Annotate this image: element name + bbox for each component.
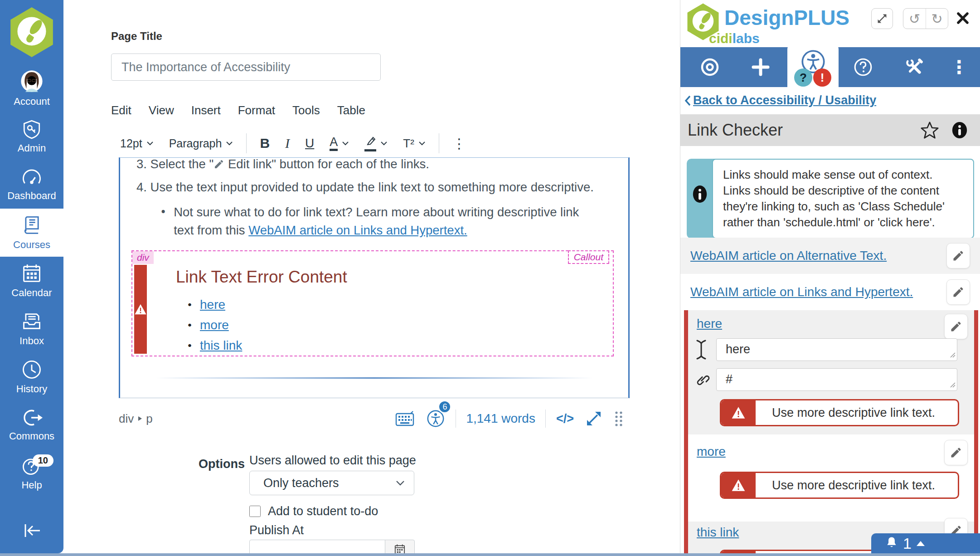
help-tab[interactable] (845, 47, 881, 87)
edit-link-button[interactable] (946, 279, 970, 305)
canvas-logo[interactable] (0, 0, 63, 64)
tool-info-button[interactable] (951, 122, 968, 139)
bad-link-this-link[interactable]: this link (200, 338, 242, 353)
keyboard-shortcuts-button[interactable] (395, 411, 414, 426)
sidebar-item-label: Commons (9, 430, 54, 442)
clock-icon (21, 359, 43, 380)
highlight-color-button[interactable] (357, 135, 395, 151)
accessibility-checker-button[interactable]: 6 (426, 409, 445, 428)
font-size-button[interactable]: 12pt (112, 137, 161, 150)
issue-item-here: here here (688, 310, 974, 434)
block-format-button[interactable]: Paragraph (161, 137, 241, 150)
issue-link-here[interactable]: here (697, 317, 722, 331)
bad-link-more[interactable]: more (200, 318, 229, 332)
link-url-icon (695, 372, 710, 387)
menu-tools[interactable]: Tools (292, 103, 320, 117)
sidebar-item-account[interactable]: Account (0, 64, 63, 112)
help-circle-icon (853, 57, 873, 78)
redo-icon[interactable]: ↻ (926, 9, 948, 29)
rce-status-bar: div p (119, 405, 630, 433)
sidebar-item-help[interactable]: 10 Help (0, 449, 63, 497)
designplus-panel: DesignPLUS cidilabs ↺ ↻ (680, 0, 980, 553)
expand-icon (586, 410, 602, 427)
rce-menubar: Edit View Insert Format Tools Table (111, 103, 365, 117)
fullscreen-button[interactable] (586, 410, 602, 427)
link-url-input[interactable]: # (716, 368, 957, 391)
chevron-down-icon (418, 141, 426, 146)
element-path-p[interactable]: p (146, 412, 152, 426)
list-item-4: 4. Use the text input provided to update… (136, 179, 628, 196)
cidilabs-brand: cidilabs (709, 31, 760, 46)
sidebar-item-calendar[interactable]: Calendar (0, 257, 63, 305)
chevron-down-icon (226, 141, 233, 146)
warning-text: Use more descriptive link text. (756, 400, 935, 425)
info-icon (691, 184, 708, 206)
designplus-toolbar: ? ! ⋮ (680, 47, 980, 87)
todo-label: Add to student to-do (268, 504, 378, 518)
panel-expand-button[interactable] (871, 8, 893, 29)
text-color-button[interactable]: A (322, 136, 357, 151)
bad-link-here[interactable]: here (200, 298, 225, 312)
calendar-icon (21, 263, 43, 284)
horizontal-rule (155, 377, 592, 379)
menu-table[interactable]: Table (337, 103, 365, 117)
element-path-div[interactable]: div (119, 412, 134, 426)
add-content-tab[interactable] (742, 47, 779, 87)
sidebar-item-history[interactable]: History (0, 353, 63, 401)
edit-link-button[interactable] (946, 243, 970, 268)
sidebar-item-dashboard[interactable]: Dashboard (0, 161, 63, 209)
collapse-nav-button[interactable] (20, 522, 44, 541)
favorite-star-button[interactable] (920, 121, 939, 140)
undo-icon[interactable]: ↺ (903, 9, 926, 29)
edit-link-button[interactable] (944, 314, 968, 339)
link-row: WebAIM article on Alternative Text. (680, 238, 980, 274)
callout-link-list: •here •more •this link (187, 298, 613, 353)
panel-close-button[interactable] (956, 11, 970, 27)
canvas-logo-icon (8, 6, 55, 58)
element-tag-label: div (132, 251, 154, 264)
issue-link-this-link[interactable]: this link (697, 525, 739, 540)
warning-red-block (721, 400, 756, 425)
panel-overflow-menu[interactable]: ⋮ (941, 47, 977, 87)
rce-editor-body[interactable]: 3. Select the " Edit link" button for ea… (119, 157, 630, 398)
edit-link-button[interactable] (944, 440, 968, 465)
sidebar-item-label: Account (14, 96, 50, 107)
toolbar-overflow-button[interactable]: ⋮ (445, 136, 474, 151)
help-badge: 10 (33, 454, 53, 467)
bold-button[interactable]: B (252, 136, 277, 151)
italic-button[interactable]: I (277, 136, 297, 151)
accessibility-tab-selected[interactable]: ? ! (787, 42, 839, 95)
menu-view[interactable]: View (149, 103, 174, 117)
menu-insert[interactable]: Insert (191, 103, 221, 117)
tools-tab[interactable] (896, 47, 932, 87)
back-to-accessibility-link[interactable]: Back to Accessibility / Usability (684, 93, 876, 107)
menu-format[interactable]: Format (238, 103, 275, 117)
resize-grip-handle[interactable] (614, 410, 624, 427)
callout-type-label: Callout (568, 250, 609, 264)
superscript-button[interactable]: T² (395, 137, 433, 151)
link-text-input[interactable]: here (716, 338, 957, 361)
sidebar-item-admin[interactable]: Admin (0, 112, 63, 161)
edit-permission-select[interactable]: Only teachers (249, 471, 414, 495)
panel-link-hypertext[interactable]: WebAIM article on Links and Hypertext. (690, 285, 913, 299)
chevron-left-icon (684, 95, 691, 106)
warning-triangle-icon (134, 303, 147, 316)
html-editor-button[interactable]: </> (556, 412, 574, 426)
menu-edit[interactable]: Edit (111, 103, 131, 117)
sidebar-item-label: Inbox (19, 335, 44, 347)
page-title-input[interactable] (111, 54, 381, 81)
sidebar-item-inbox[interactable]: Inbox (0, 305, 63, 353)
notifications-widget[interactable]: 1 (871, 533, 980, 553)
bullet-marker: • (187, 320, 193, 331)
issue-link-more[interactable]: more (697, 444, 726, 459)
avatar (20, 69, 44, 93)
panel-link-alt-text[interactable]: WebAIM article on Alternative Text. (690, 249, 887, 263)
design-tools-tab[interactable] (692, 47, 728, 87)
webaim-hypertext-link[interactable]: WebAIM article on Links and Hypertext. (248, 223, 467, 237)
todo-checkbox[interactable] (249, 506, 261, 517)
status-divider (456, 410, 456, 428)
sidebar-item-courses[interactable]: Courses (0, 209, 63, 257)
callout-block[interactable]: div Callout Link Text Error Content •her… (131, 250, 614, 356)
sidebar-item-commons[interactable]: Commons (0, 401, 63, 449)
underline-button[interactable]: U (297, 136, 322, 151)
